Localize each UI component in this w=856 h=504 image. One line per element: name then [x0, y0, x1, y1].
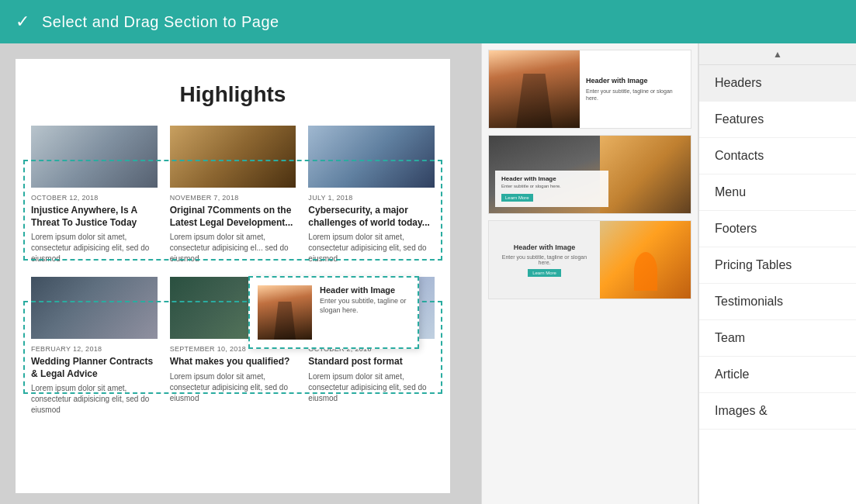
- right-panel: ▲ Headers Features Contacts Menu Footers…: [698, 43, 856, 504]
- thumb2-subtitle: Enter subtitle or slogan here.: [501, 184, 602, 188]
- blog-headline-3: Cybersecurity, a major challenges of wor…: [308, 205, 435, 229]
- blog-item-3: JULY 1, 2018 Cybersecurity, a major chal…: [308, 126, 435, 264]
- blog-headline-2: Original 7Comments on the Latest Legal D…: [170, 205, 296, 229]
- thumb3-container: Header with Image Enter you subtitle, ta…: [489, 221, 691, 299]
- left-panel: Highlights OCTOBER 12, 2018 Injustice An…: [0, 43, 481, 504]
- thumb2-button: Learn More: [501, 194, 533, 202]
- blog-grid-row1: OCTOBER 12, 2018 Injustice Anywhere, Is …: [31, 126, 435, 264]
- blog-image-4: [31, 277, 158, 339]
- nav-item-features[interactable]: Features: [699, 102, 856, 138]
- section-thumb-1[interactable]: Header with Image Enter your subtitle, t…: [488, 50, 691, 129]
- section-thumb-3[interactable]: Header with Image Enter you subtitle, ta…: [488, 220, 691, 299]
- blog-headline-4: Wedding Planner Contracts & Legal Advice: [31, 356, 158, 380]
- page-title: Highlights: [31, 82, 435, 107]
- blog-headline-6: Standard post format: [308, 356, 435, 368]
- scroll-up-button[interactable]: ▲: [699, 43, 856, 65]
- thumb-img-2: Header with Image Enter subtitle or slog…: [489, 136, 691, 213]
- blog-excerpt-5: Lorem ipsum dolor sit amet, consectetur …: [170, 371, 296, 404]
- drag-card-image: [258, 285, 312, 340]
- thumb-img-3: Header with Image Enter you subtitle, ta…: [489, 221, 691, 299]
- middle-panel: Header with Image Enter your subtitle, t…: [481, 43, 698, 504]
- thumb2-content: Header with Image Enter subtitle or slog…: [495, 171, 608, 207]
- thumb-img-1: Header with Image Enter your subtitle, t…: [489, 50, 691, 128]
- nav-item-menu[interactable]: Menu: [699, 174, 856, 211]
- nav-item-headers[interactable]: Headers: [699, 65, 856, 102]
- thumb2-bg: Header with Image Enter subtitle or slog…: [489, 136, 691, 213]
- thumb1-photo: [489, 50, 580, 128]
- blog-excerpt-2: Lorem ipsum dolor sit amet, consectetur …: [170, 232, 296, 264]
- thumb3-photo: [600, 221, 691, 299]
- nav-item-images-video[interactable]: Images &: [699, 393, 856, 430]
- drag-card-text: Header with Image Enter you subtitle, ta…: [320, 285, 410, 315]
- drag-card-photo: [258, 285, 312, 340]
- thumb1-person: [489, 50, 580, 128]
- blog-item-2: NOVEMBER 7, 2018 Original 7Comments on t…: [170, 126, 296, 264]
- blog-image-1: [31, 126, 158, 188]
- thumb1-title: Header with Image: [586, 77, 684, 85]
- nav-item-contacts[interactable]: Contacts: [699, 138, 856, 174]
- thumb3-title: Header with Image: [514, 243, 576, 251]
- blog-date-1: OCTOBER 12, 2018: [31, 194, 158, 202]
- blog-date-3: JULY 1, 2018: [308, 194, 435, 202]
- nav-item-pricing-tables[interactable]: Pricing Tables: [699, 247, 856, 284]
- nav-item-footers[interactable]: Footers: [699, 211, 856, 247]
- thumb1-subtitle: Enter your subtitle, tagline or slogan h…: [586, 88, 684, 102]
- blog-item-4: FEBRUARY 12, 2018 Wedding Planner Contra…: [31, 277, 158, 416]
- thumb3-subtitle: Enter you subtitle, tagline or slogan he…: [495, 254, 594, 265]
- blog-date-4: FEBRUARY 12, 2018: [31, 345, 158, 353]
- thumb3-button: Learn More: [528, 269, 561, 277]
- blog-date-2: NOVEMBER 7, 2018: [170, 194, 296, 202]
- blog-item-1: OCTOBER 12, 2018 Injustice Anywhere, Is …: [31, 126, 158, 264]
- blog-image-3: [308, 126, 435, 188]
- nav-item-article[interactable]: Article: [699, 357, 856, 393]
- thumb1-content: Header with Image Enter your subtitle, t…: [580, 50, 691, 128]
- thumb2-title: Header with Image: [501, 175, 602, 182]
- blog-excerpt-6: Lorem ipsum dolor sit amet, consectetur …: [308, 371, 435, 404]
- main-content: Highlights OCTOBER 12, 2018 Injustice An…: [0, 43, 856, 504]
- check-icon: ✓: [16, 12, 29, 32]
- blog-excerpt-1: Lorem ipsum dolor sit amet, consectetur …: [31, 232, 158, 264]
- top-bar: ✓ Select and Drag Section to Page: [0, 0, 856, 43]
- blog-headline-5: What makes you qualified?: [170, 356, 296, 368]
- section-thumb-2[interactable]: Header with Image Enter subtitle or slog…: [488, 135, 691, 214]
- nav-item-testimonials[interactable]: Testimonials: [699, 284, 856, 320]
- blog-image-2: [170, 126, 296, 188]
- blog-excerpt-3: Lorem ipsum dolor sit amet, consectetur …: [308, 232, 435, 264]
- drag-card[interactable]: Header with Image Enter you subtitle, ta…: [248, 276, 419, 349]
- blog-excerpt-4: Lorem ipsum dolor sit amet, consectetur …: [31, 383, 158, 416]
- top-bar-title: Select and Drag Section to Page: [42, 13, 279, 31]
- blog-headline-1: Injustice Anywhere, Is A Threat To Justi…: [31, 205, 158, 229]
- drag-card-subtitle: Enter you subtitle, tagline or slogan he…: [320, 297, 410, 315]
- drag-card-title: Header with Image: [320, 285, 410, 295]
- nav-item-team[interactable]: Team: [699, 320, 856, 357]
